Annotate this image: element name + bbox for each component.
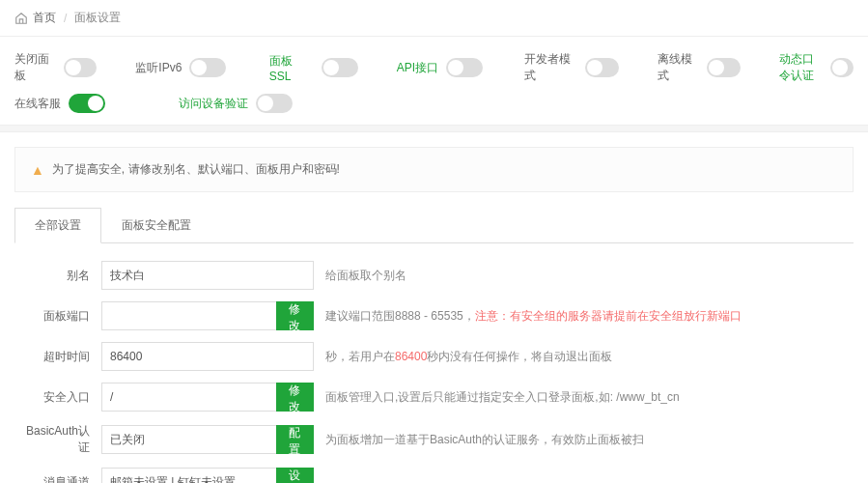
tabs: 全部设置 面板安全配置: [14, 207, 854, 243]
toggle-api[interactable]: [446, 58, 483, 77]
security-alert: ▲ 为了提高安全, 请修改别名、默认端口、面板用户和密码!: [14, 147, 854, 192]
hint-basicauth: 为面板增加一道基于BasicAuth的认证服务，有效防止面板被扫: [325, 432, 644, 448]
input-timeout[interactable]: [101, 342, 314, 371]
label-msg-channel: 消息通道: [14, 474, 101, 484]
toggle-ipv6[interactable]: [189, 58, 226, 77]
toggle-label-offline: 离线模式: [658, 51, 699, 84]
toggle-label-api: API接口: [397, 60, 438, 76]
tab-security-config[interactable]: 面板安全配置: [101, 208, 211, 243]
label-alias: 别名: [14, 268, 101, 284]
toggle-close-panel[interactable]: [64, 58, 97, 77]
toggle-label-close-panel: 关闭面板: [14, 51, 56, 84]
toggle-offline[interactable]: [707, 58, 740, 77]
warning-icon: ▲: [31, 162, 44, 178]
btn-entry-modify[interactable]: 修改: [276, 383, 314, 412]
label-entry: 安全入口: [14, 389, 101, 406]
breadcrumb-home[interactable]: 首页: [33, 10, 56, 26]
toggle-label-device-verify: 访问设备验证: [179, 96, 248, 112]
input-entry[interactable]: [101, 383, 277, 412]
btn-basicauth-config[interactable]: 配置: [276, 425, 314, 454]
input-port[interactable]: [101, 301, 277, 330]
toggle-online-service[interactable]: [69, 94, 105, 113]
breadcrumb-current: 面板设置: [74, 10, 121, 26]
toggle-ssl[interactable]: [322, 58, 358, 77]
hint-timeout: 秒，若用户在86400秒内没有任何操作，将自动退出面板: [325, 349, 612, 365]
btn-port-modify[interactable]: 修改: [276, 301, 314, 330]
label-basicauth: BasicAuth认证: [14, 423, 101, 456]
toggle-label-dynamic-pwd: 动态口令认证: [779, 51, 823, 84]
section-divider: [0, 125, 868, 132]
hint-port: 建议端口范围8888 - 65535，注意：有安全组的服务器请提前在安全组放行新…: [325, 308, 742, 325]
toggle-label-dev: 开发者模式: [524, 51, 577, 84]
toggle-device-verify[interactable]: [256, 94, 293, 113]
home-icon: [14, 12, 28, 25]
alert-text: 为了提高安全, 请修改别名、默认端口、面板用户和密码!: [52, 161, 340, 178]
toggle-bar: 关闭面板 监听IPv6 面板SSL API接口 开发者模式 离线模式 动态口令认…: [0, 37, 868, 125]
label-timeout: 超时时间: [14, 349, 101, 365]
toggle-label-online-service: 在线客服: [14, 96, 61, 112]
toggle-label-ipv6: 监听IPv6: [135, 60, 182, 76]
input-alias[interactable]: [101, 261, 314, 290]
toggle-dev[interactable]: [585, 58, 619, 77]
breadcrumb: 首页 / 面板设置: [0, 0, 868, 37]
btn-msg-settings[interactable]: 设置: [276, 468, 314, 483]
tab-all-settings[interactable]: 全部设置: [14, 208, 101, 243]
label-port: 面板端口: [14, 308, 101, 325]
input-basicauth[interactable]: [101, 425, 277, 454]
breadcrumb-separator: /: [64, 12, 67, 25]
toggle-label-ssl: 面板SSL: [269, 53, 314, 83]
hint-alias: 给面板取个别名: [325, 268, 406, 284]
input-msg-channel[interactable]: [101, 468, 277, 483]
toggle-dynamic-pwd[interactable]: [830, 58, 854, 77]
hint-entry: 面板管理入口,设置后只能通过指定安全入口登录面板,如: /www_bt_cn: [325, 389, 680, 406]
